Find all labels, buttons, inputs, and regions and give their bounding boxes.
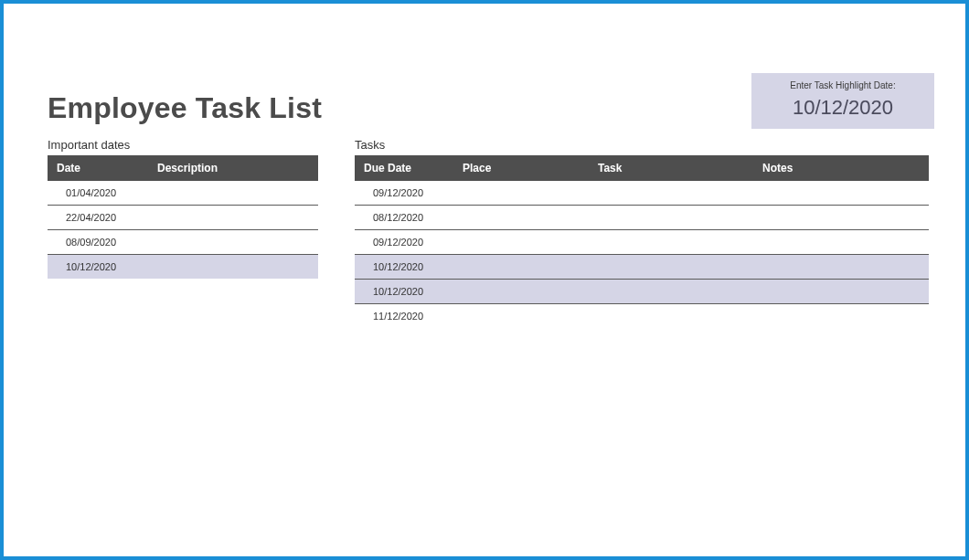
tasks-row[interactable]: 10/12/2020 — [355, 255, 929, 280]
col-task: Task — [598, 162, 762, 174]
tasks-label: Tasks — [355, 138, 929, 152]
tasks-row-due-date: 08/12/2020 — [373, 212, 423, 223]
tasks-row[interactable]: 08/12/2020 — [355, 206, 929, 230]
important-dates-row-date: 01/04/2020 — [66, 187, 116, 198]
tasks-row-due-date: 09/12/2020 — [373, 187, 423, 198]
tasks-row[interactable]: 11/12/2020 — [355, 304, 929, 328]
important-dates-row[interactable]: 10/12/2020 — [48, 255, 318, 279]
important-dates-row-date: 10/12/2020 — [66, 261, 116, 272]
tasks-header: Due Date Place Task Notes — [355, 155, 929, 181]
important-dates-header: Date Description — [48, 155, 318, 181]
tasks-row-due-date: 10/12/2020 — [373, 261, 423, 272]
template-frame: Enter Task Highlight Date: 10/12/2020 Em… — [0, 0, 969, 560]
tasks-row[interactable]: 10/12/2020 — [355, 280, 929, 304]
col-description: Description — [157, 162, 309, 174]
col-place: Place — [463, 162, 598, 174]
tasks-row[interactable]: 09/12/2020 — [355, 230, 929, 255]
tasks-row-due-date: 09/12/2020 — [373, 237, 423, 248]
tasks-row-due-date: 10/12/2020 — [373, 286, 423, 297]
important-dates-row[interactable]: 22/04/2020 — [48, 206, 318, 230]
col-notes: Notes — [762, 162, 920, 174]
important-dates-row[interactable]: 08/09/2020 — [48, 230, 318, 255]
highlight-date-label: Enter Task Highlight Date: — [764, 80, 921, 90]
important-dates-label: Important dates — [48, 138, 318, 152]
important-dates-panel: Important dates Date Description 01/04/2… — [48, 138, 318, 328]
highlight-date-value[interactable]: 10/12/2020 — [764, 96, 921, 120]
important-dates-row-date: 08/09/2020 — [66, 237, 116, 248]
highlight-date-box[interactable]: Enter Task Highlight Date: 10/12/2020 — [751, 73, 934, 129]
important-dates-row-date: 22/04/2020 — [66, 212, 116, 223]
tasks-panel: Tasks Due Date Place Task Notes 09/12/20… — [355, 138, 929, 328]
important-dates-row[interactable]: 01/04/2020 — [48, 181, 318, 206]
col-date: Date — [57, 162, 157, 174]
tasks-row-due-date: 11/12/2020 — [373, 311, 423, 322]
tasks-row[interactable]: 09/12/2020 — [355, 181, 929, 206]
col-due-date: Due Date — [364, 162, 463, 174]
